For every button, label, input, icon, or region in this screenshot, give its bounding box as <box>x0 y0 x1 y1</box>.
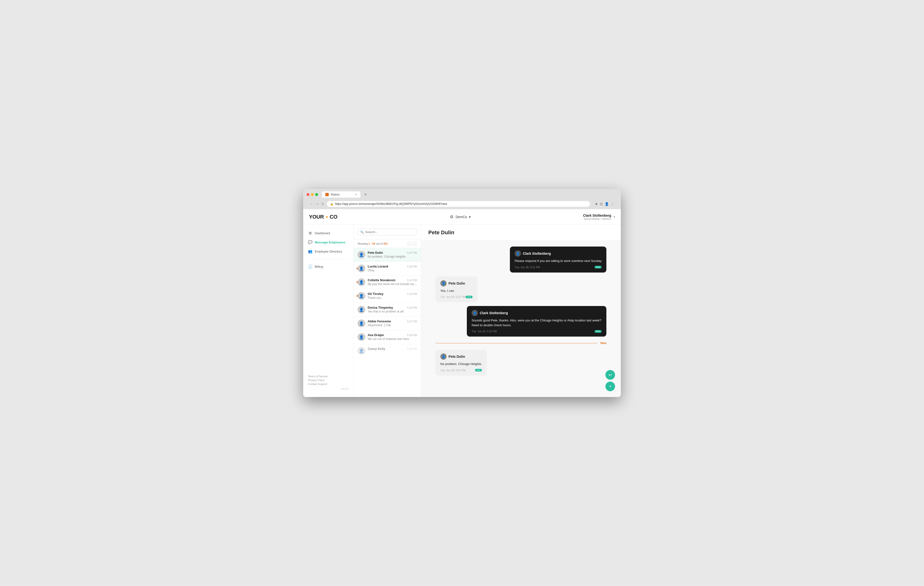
billing-icon: 🧾 <box>308 264 312 269</box>
new-tab-button[interactable]: + <box>362 192 369 197</box>
sidebar-item-label-dashboard: Dashboard <box>315 232 330 235</box>
conversation-time: 5:25 PM <box>407 348 417 350</box>
conversation-content: Abbie Fensome 5:27 PM Attachment: 1 File <box>368 319 417 327</box>
message-actions-button[interactable] <box>465 296 473 298</box>
company-selector[interactable]: ⚙ DemCo ▾ <box>450 214 470 220</box>
avatar-icon: 👤 <box>359 308 364 312</box>
conversation-item[interactable]: 👤 Dorisa Timperley 5:28 PM Yes that is n… <box>354 303 421 316</box>
conversation-content: Collette Novakovic 5:20 PM My pay this w… <box>368 278 417 286</box>
traffic-light-yellow[interactable] <box>311 193 314 196</box>
search-input[interactable] <box>365 230 414 234</box>
message-sender: 👤 Clark Stoltenberg <box>515 250 602 257</box>
conversation-content: Gil Tinsley 5:18 PM Thank you. <box>368 292 417 300</box>
conversation-time: 5:27 PM <box>407 320 417 323</box>
traffic-light-red[interactable] <box>307 193 309 196</box>
conversation-avatar: 👤 <box>358 251 365 258</box>
dot <box>479 370 480 371</box>
tab-favicon <box>325 193 329 196</box>
sidebar-item-dashboard[interactable]: ⊞ Dashboard <box>303 228 353 238</box>
sidebar-item-billing[interactable]: 🧾 Billing <box>303 262 353 271</box>
conversation-avatar: 👤 <box>358 347 365 354</box>
terms-of-service-link[interactable]: Terms of Service <box>308 375 349 378</box>
conversation-content: Casey Kelly 5:25 PM <box>368 347 417 351</box>
user-menu[interactable]: Clark Stoltenberg Yourco Admin • DemCo ▾ <box>583 214 615 220</box>
traffic-light-green[interactable] <box>315 193 318 196</box>
conversation-name: Ava Draijer <box>368 333 384 337</box>
next-page-button[interactable]: › <box>412 242 417 246</box>
message-actions-button[interactable] <box>595 330 602 333</box>
showing-out-of: out of <box>376 242 383 245</box>
conversation-content: Lucila Lorand 5:26 PM Okay. <box>368 265 417 272</box>
message-text: Yes, I can. <box>441 288 473 293</box>
dot <box>477 370 478 371</box>
conversation-name: Gil Tinsley <box>368 292 384 296</box>
conversation-item[interactable]: 👤 Gil Tinsley 5:18 PM Thank you. <box>354 289 421 303</box>
privacy-policy-link[interactable]: Privacy Policy <box>308 379 349 382</box>
user-info: Clark Stoltenberg Yourco Admin • DemCo <box>583 214 611 220</box>
address-bar[interactable]: 🔒 https://app.yourco.io/messenger/5GMxUB… <box>327 201 590 207</box>
conversation-avatar: 👤 <box>358 333 365 341</box>
conversation-item[interactable]: 👤 Abbie Fensome 5:27 PM Attachment: 1 Fi… <box>354 316 421 330</box>
message-actions-button[interactable] <box>595 266 602 268</box>
company-name: DemCo <box>455 215 467 219</box>
sidebar-nav: ⊞ Dashboard 💬 Message Employees 👥 Employ… <box>303 228 353 372</box>
conversation-item[interactable]: 👤 Collette Novakovic 5:20 PM My pay this… <box>354 275 421 289</box>
avatar-icon: 👤 <box>359 294 364 298</box>
message-footer: Tue, Jun 28, 5:31 PM <box>515 266 602 269</box>
sender-name: Pete Dulin <box>449 354 465 359</box>
message-footer: Tue, Jun 28, 5:32 PM <box>472 330 602 333</box>
conversation-preview: Thank you. <box>368 296 417 300</box>
company-chevron-icon: ▾ <box>469 215 471 219</box>
conversation-item[interactable]: 👤 Casey Kelly 5:25 PM <box>354 344 421 358</box>
dashboard-icon: ⊞ <box>308 231 312 235</box>
dot <box>478 370 479 371</box>
search-input-wrap[interactable]: 🔍 <box>358 228 417 235</box>
new-messages-divider: New <box>436 341 606 346</box>
dot <box>470 296 471 297</box>
dot <box>467 296 468 297</box>
content-area: 🔍 Showing 1 - 50 out of 301 ‹ <box>354 225 621 397</box>
logo-icon: 🔸 <box>324 214 330 220</box>
add-fab-button[interactable]: + <box>606 382 615 391</box>
reload-button[interactable]: ↻ <box>322 202 324 206</box>
forward-button[interactable]: → <box>316 202 319 206</box>
conversation-item[interactable]: 👤 Ava Draijer 5:26 PM We ran out of mate… <box>354 330 421 344</box>
browser-tab[interactable]: Yourco ✕ <box>322 191 360 198</box>
back-button[interactable]: ← <box>310 202 313 206</box>
conversation-preview: We ran out of material over here <box>368 337 417 341</box>
bookmark-button[interactable]: ★ <box>595 202 598 206</box>
user-name: Clark Stoltenberg <box>583 214 611 217</box>
profile-button[interactable]: 👤 <box>605 202 609 206</box>
conversation-item[interactable]: 👤 Pete Dulin 5:47 PM No problem. Chicago… <box>354 248 421 262</box>
new-label: New <box>601 341 606 345</box>
message-time: Tue, Jun 28, 5:31 PM <box>441 295 465 298</box>
tab-close-button[interactable]: ✕ <box>355 193 357 196</box>
message-actions-button[interactable] <box>475 369 482 371</box>
sidebar-item-message-employees[interactable]: 💬 Message Employees <box>303 238 353 247</box>
conversation-name: Pete Dulin <box>368 251 383 255</box>
prev-page-button[interactable]: ‹ <box>408 242 412 246</box>
conversation-avatar: 👤 <box>358 278 365 286</box>
conversation-name: Abbie Fensome <box>368 319 391 323</box>
showing-range: 1 - 50 <box>368 242 375 245</box>
extensions-button[interactable]: ⊡ <box>600 202 603 206</box>
conversation-time: 5:18 PM <box>407 293 417 295</box>
dot <box>469 296 469 297</box>
conversation-preview: Yes that is no problem at all! <box>368 310 417 313</box>
sender-name: Clark Stoltenberg <box>480 311 508 315</box>
reply-fab-button[interactable]: ↩ <box>606 370 615 380</box>
message-bubble-employee: 👤 Pete Dulin No problem. Chicago Heights… <box>436 349 487 376</box>
showing-count: 301 <box>383 242 388 245</box>
showing-text: Showing 1 - 50 out of 301 <box>358 242 388 245</box>
sidebar-divider <box>308 259 349 259</box>
contact-support-link[interactable]: Contact Support <box>308 382 349 386</box>
fab-container: ↩ + <box>606 370 615 391</box>
message-sender: 👤 Pete Dulin <box>441 280 473 286</box>
conversation-name: Collette Novakovic <box>368 278 396 282</box>
menu-button[interactable]: ⋮ <box>611 202 614 206</box>
conversation-preview: Attachment: 1 File <box>368 324 417 327</box>
avatar-icon: 👤 <box>359 335 364 339</box>
dot <box>599 331 600 332</box>
sidebar-item-employee-directory[interactable]: 👥 Employee Directory <box>303 247 353 256</box>
conversation-item[interactable]: 👤 Lucila Lorand 5:26 PM Okay. <box>354 262 421 275</box>
